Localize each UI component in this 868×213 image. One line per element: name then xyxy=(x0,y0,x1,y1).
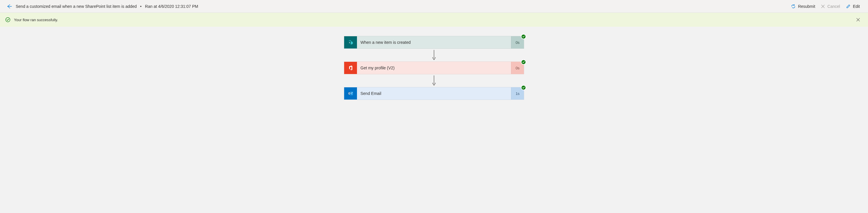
svg-rect-6 xyxy=(347,65,354,71)
success-check-icon xyxy=(5,17,10,22)
sharepoint-icon: S xyxy=(344,36,357,48)
banner-message: Your flow ran successfully. xyxy=(14,18,58,22)
cancel-label: Cancel xyxy=(827,4,840,9)
status-success-badge xyxy=(521,85,526,90)
status-success-badge xyxy=(521,34,526,39)
back-arrow-icon[interactable] xyxy=(4,1,14,11)
flow-canvas: S When a new item is created 0s Get my p… xyxy=(0,27,868,100)
svg-text:S: S xyxy=(349,41,350,44)
edit-label: Edit xyxy=(853,4,860,9)
success-banner: Your flow ran successfully. xyxy=(0,13,868,27)
pencil-icon xyxy=(846,4,850,9)
run-timestamp: Ran at 4/6/2020 12:31:07 PM xyxy=(145,4,198,9)
flow-name: Send a customized email when a new Share… xyxy=(16,4,136,9)
step-title: When a new item is created xyxy=(357,36,511,48)
step-title: Get my profile (V2) xyxy=(357,62,511,74)
flow-step-get-profile[interactable]: Get my profile (V2) 0s xyxy=(344,62,524,74)
flow-step-send-email[interactable]: Send Email 1s xyxy=(344,87,524,100)
banner-close-button[interactable] xyxy=(854,15,863,24)
resubmit-label: Resubmit xyxy=(798,4,815,9)
office365-icon xyxy=(344,62,357,74)
cancel-x-icon xyxy=(821,4,825,8)
refresh-icon xyxy=(791,4,796,9)
edit-button[interactable]: Edit xyxy=(843,2,863,11)
resubmit-button[interactable]: Resubmit xyxy=(788,2,818,11)
step-title: Send Email xyxy=(357,87,511,100)
cancel-button: Cancel xyxy=(818,2,843,11)
outlook-icon xyxy=(344,87,357,100)
flow-connector xyxy=(344,74,524,87)
status-success-badge xyxy=(521,60,526,65)
header-bar: Send a customized email when a new Share… xyxy=(0,0,868,13)
flow-step-trigger[interactable]: S When a new item is created 0s xyxy=(344,36,524,49)
page-title: Send a customized email when a new Share… xyxy=(16,4,198,9)
flow-connector xyxy=(344,49,524,62)
svg-point-0 xyxy=(6,18,10,22)
title-separator: • xyxy=(139,4,143,9)
